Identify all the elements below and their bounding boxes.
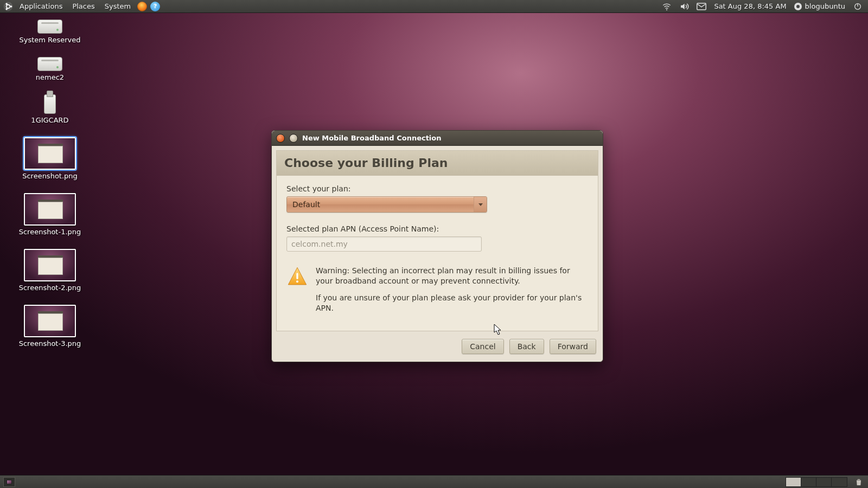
mobile-broadband-dialog: New Mobile Broadband Connection Choose y… (271, 130, 603, 362)
volume-icon[interactable] (679, 2, 689, 11)
trash-icon[interactable] (853, 477, 865, 487)
svg-point-3 (6, 3, 8, 4)
username-label: blogubuntu (805, 2, 845, 10)
warning-block: Warning: Selecting an incorrect plan may… (286, 266, 588, 313)
desktop-icon-screenshot-3-png[interactable]: Screenshot-3.png (12, 305, 88, 348)
dialog-panel: Choose your Billing Plan Select your pla… (276, 150, 598, 331)
desktop-icon-screenshot-2-png[interactable]: Screenshot-2.png (12, 249, 88, 292)
dialog-buttons: Cancel Back Forward (276, 331, 598, 354)
desktop-icon-label: nemec2 (36, 73, 64, 81)
bottom-panel (0, 475, 868, 488)
warning-line-1: Warning: Selecting an incorrect plan may… (316, 266, 588, 286)
show-desktop-button[interactable] (3, 477, 15, 487)
clock[interactable]: Sat Aug 28, 8:45 AM (714, 2, 786, 10)
svg-point-4 (6, 8, 8, 10)
forward-button[interactable]: Forward (550, 339, 596, 354)
image-thumbnail-icon (24, 249, 76, 281)
warning-text: Warning: Selecting an incorrect plan may… (316, 266, 588, 313)
plan-select[interactable]: Default (286, 196, 487, 213)
image-thumbnail-icon (24, 305, 76, 337)
top-panel-right: Sat Aug 28, 8:45 AM blogubuntu (662, 2, 865, 11)
window-close-icon[interactable] (276, 134, 285, 143)
desktop-icons: System Reservednemec21GIGCARDScreenshot.… (12, 20, 88, 348)
desktop-icon-1gigcard[interactable]: 1GIGCARD (12, 94, 88, 124)
workspace-4[interactable] (832, 478, 847, 486)
dialog-form: Select your plan: Default Selected plan … (277, 176, 598, 331)
dialog-body: Choose your Billing Plan Select your pla… (272, 146, 603, 362)
desktop-icon-nemec2[interactable]: nemec2 (12, 57, 88, 81)
dialog-header: Choose your Billing Plan (277, 151, 598, 176)
warning-line-2: If you are unsure of your plan please as… (316, 293, 588, 313)
workspace-1[interactable] (786, 478, 801, 486)
workspace-2[interactable] (801, 478, 816, 486)
desktop-icon-screenshot-png[interactable]: Screenshot.png (12, 137, 88, 180)
menu-system[interactable]: System (101, 0, 134, 13)
desktop-icon-label: System Reserved (19, 36, 80, 44)
window-minimize-icon[interactable] (289, 134, 298, 143)
plan-select-value: Default (287, 200, 474, 209)
firefox-launcher-icon[interactable] (137, 2, 147, 11)
user-menu[interactable]: blogubuntu (794, 2, 845, 10)
desktop-icon-label: Screenshot-2.png (19, 284, 81, 292)
image-thumbnail-icon (24, 193, 76, 226)
network-icon[interactable] (662, 2, 672, 11)
drive-icon (37, 20, 62, 34)
usb-drive-icon (44, 94, 56, 114)
power-icon[interactable] (853, 2, 863, 11)
dialog-titlebar[interactable]: New Mobile Broadband Connection (272, 131, 603, 146)
user-status-icon (794, 3, 802, 10)
warning-icon (286, 266, 308, 313)
desktop-icon-label: Screenshot.png (22, 172, 78, 180)
dialog-title: New Mobile Broadband Connection (302, 134, 442, 142)
desktop-icon-screenshot-1-png[interactable]: Screenshot-1.png (12, 193, 88, 236)
workspace-switcher[interactable] (786, 477, 847, 487)
drive-icon (37, 57, 62, 71)
top-panel-left: Applications Places System ? (3, 0, 160, 13)
plan-select-label: Select your plan: (286, 184, 588, 193)
menu-applications[interactable]: Applications (16, 0, 66, 13)
svg-rect-9 (296, 273, 298, 279)
svg-point-5 (666, 9, 667, 10)
desktop-icon-label: 1GIGCARD (31, 116, 68, 124)
menu-places[interactable]: Places (69, 0, 98, 13)
back-button[interactable]: Back (509, 339, 544, 354)
desktop-icon-label: Screenshot-1.png (19, 228, 81, 236)
workspace-3[interactable] (816, 478, 832, 486)
dialog-heading: Choose your Billing Plan (284, 156, 590, 170)
apn-label: Selected plan APN (Access Point Name): (286, 224, 588, 233)
chevron-down-icon (474, 197, 487, 212)
ubuntu-logo-icon[interactable] (3, 2, 13, 11)
desktop-icon-system-reserved[interactable]: System Reserved (12, 20, 88, 44)
apn-input[interactable] (286, 236, 482, 252)
desktop-icon-label: Screenshot-3.png (19, 339, 81, 348)
image-thumbnail-icon (24, 137, 76, 170)
svg-point-10 (296, 280, 298, 282)
cancel-button[interactable]: Cancel (462, 339, 503, 354)
top-panel: Applications Places System ? Sat Aug 28,… (0, 0, 868, 13)
help-launcher-icon[interactable]: ? (150, 2, 160, 11)
mail-icon[interactable] (697, 2, 706, 11)
svg-point-2 (10, 5, 12, 7)
